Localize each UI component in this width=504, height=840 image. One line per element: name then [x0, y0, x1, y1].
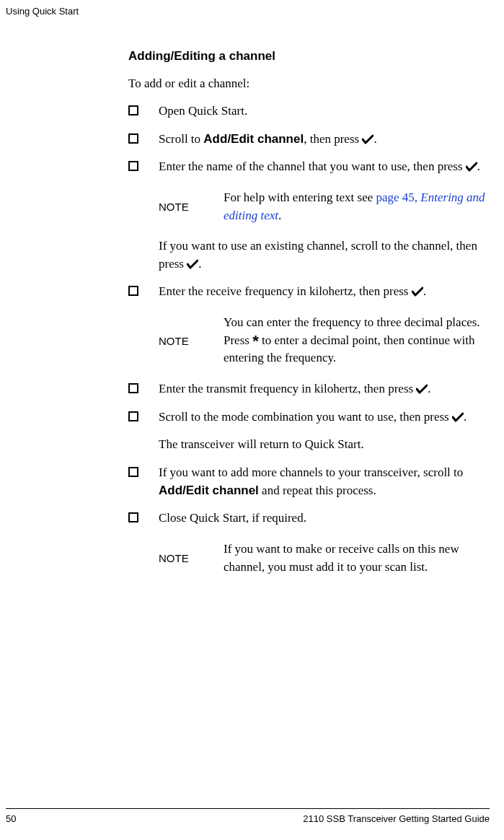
text-frag: , then press [304, 132, 362, 146]
text-frag: Enter the receive frequency in kilohertz… [159, 284, 412, 298]
step-text: Open Quick Start. [159, 102, 485, 121]
checkbox-icon [128, 512, 138, 522]
text-frag: Enter the transmit frequency in kilohert… [159, 382, 416, 395]
footer: 50 2110 SSB Transceiver Getting Started … [6, 808, 490, 824]
step-7: If you want to add more channels to your… [128, 464, 485, 499]
section-title: Adding/Editing a channel [128, 49, 485, 64]
tick-icon [416, 384, 428, 394]
text-frag: Scroll to the mode combination you want … [159, 410, 452, 424]
main-content: Adding/Editing a channel To add or edit … [128, 49, 485, 589]
text-frag: Scroll to [159, 132, 203, 146]
menu-name: Add/Edit channel [203, 132, 304, 146]
note-label: NOTE [159, 201, 224, 213]
period: . [428, 382, 430, 395]
sub-paragraph: The transceiver will return to Quick Sta… [159, 436, 485, 454]
step-text: Enter the receive frequency in kilohertz… [159, 283, 485, 301]
period: . [373, 132, 376, 146]
period: . [464, 410, 467, 424]
note-body: You can enter the frequency to three dec… [224, 314, 485, 367]
checkbox-icon [128, 286, 138, 296]
step-2: Scroll to Add/Edit channel, then press . [128, 131, 485, 149]
text-frag: Enter the name of the channel that you w… [159, 159, 466, 173]
tick-icon [466, 162, 477, 172]
step-text: Scroll to the mode combination you want … [159, 408, 485, 426]
text-frag: If you want to add more channels to your… [159, 465, 463, 479]
step-1: Open Quick Start. [128, 102, 485, 121]
note-body: If you want to make or receive calls on … [224, 541, 485, 576]
period: . [278, 209, 281, 222]
step-text: Close Quick Start, if required. [159, 509, 485, 528]
step-8: Close Quick Start, if required. [128, 509, 485, 528]
tick-icon [412, 286, 423, 297]
step-text: Enter the transmit frequency in kilohert… [159, 380, 485, 398]
xref-link[interactable]: page 45, [376, 191, 421, 204]
step-text: If you want to add more channels to your… [159, 464, 485, 499]
text-frag: If you want to use an existing channel, … [159, 239, 477, 271]
checkbox-icon [128, 134, 138, 144]
text-frag: For help with entering text see [224, 191, 376, 204]
note-1: NOTE For help with entering text see pag… [159, 189, 485, 224]
checkbox-icon [128, 161, 138, 171]
asterisk-key-icon: * [252, 332, 259, 350]
sub-paragraph: If you want to use an existing channel, … [159, 237, 485, 273]
step-6: Scroll to the mode combination you want … [128, 408, 485, 426]
step-3: Enter the name of the channel that you w… [128, 158, 485, 176]
step-4: Enter the receive frequency in kilohertz… [128, 283, 485, 301]
note-2: NOTE You can enter the frequency to thre… [159, 314, 485, 367]
note-label: NOTE [159, 552, 224, 564]
text-frag: to enter a decimal point, then continue … [224, 333, 475, 365]
step-text: Enter the name of the channel that you w… [159, 158, 485, 176]
checkbox-icon [128, 105, 138, 115]
period: . [477, 159, 480, 173]
note-body: For help with entering text see page 45,… [224, 189, 485, 224]
doc-title: 2110 SSB Transceiver Getting Started Gui… [303, 813, 490, 824]
period: . [198, 257, 201, 271]
running-header: Using Quick Start [6, 6, 79, 17]
checkbox-icon [128, 383, 138, 393]
note-label: NOTE [159, 335, 224, 347]
tick-icon [187, 259, 198, 269]
checkbox-icon [128, 467, 138, 477]
note-3: NOTE If you want to make or receive call… [159, 541, 485, 576]
tick-icon [362, 134, 373, 144]
period: . [423, 284, 426, 298]
step-5: Enter the transmit frequency in kilohert… [128, 380, 485, 398]
menu-name: Add/Edit channel [159, 484, 259, 497]
text-frag: and repeat this process. [259, 484, 376, 497]
tick-icon [452, 412, 464, 422]
intro-text: To add or edit a channel: [128, 76, 485, 91]
step-text: Scroll to Add/Edit channel, then press . [159, 131, 485, 149]
page-number: 50 [6, 813, 16, 824]
checkbox-icon [128, 411, 138, 421]
